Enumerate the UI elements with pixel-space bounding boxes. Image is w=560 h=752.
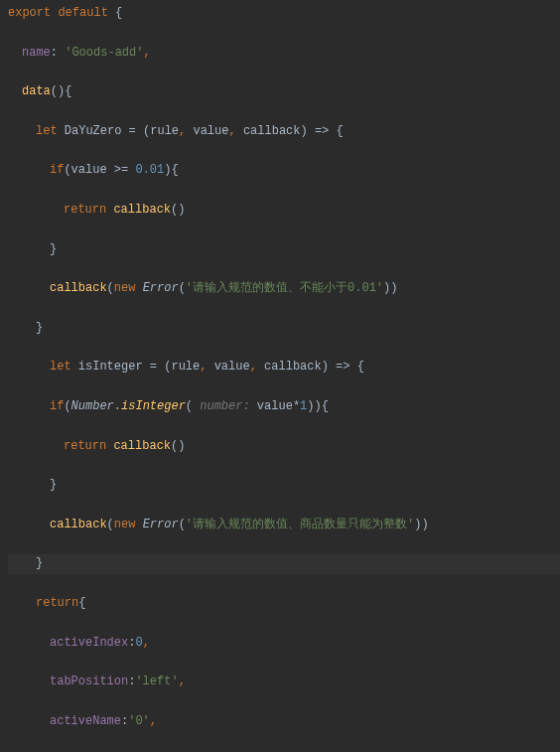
keyword-let: let [50,360,71,374]
keyword-new: new [114,518,136,531]
string-literal: '0' [128,714,150,728]
var-value: value [71,163,107,177]
close-brace: } [50,478,57,492]
string-literal: '请输入规范的数值、不能小于0.01' [186,281,383,295]
prop-activename: activeName [50,714,121,728]
var-isinteger: isInteger [78,360,143,374]
call-callback: callback [50,281,107,295]
code-editor[interactable]: export default { name: 'Goods-add', data… [8,4,560,752]
keyword-if: if [50,399,64,413]
keyword-return: return [64,203,106,217]
keyword-new: new [114,281,136,295]
method-data: data [22,84,51,98]
param-hint: number: [193,399,257,413]
close-brace: } [36,556,43,570]
prop-name: name [22,46,51,60]
class-error: Error [143,518,179,531]
param-rule: rule [171,360,200,374]
keyword-return: return [36,596,78,610]
keyword-default: default [58,6,107,20]
call-callback: callback [113,203,171,217]
number-literal: 0 [135,636,142,650]
call-callback: callback [113,439,171,453]
prop-tabposition: tabPosition [50,675,128,688]
param-callback: callback [264,360,322,374]
close-brace: } [36,321,43,335]
keyword-export: export [8,6,51,20]
class-number: Number [71,399,114,413]
param-callback: callback [243,124,301,138]
method-isinteger: isInteger [121,399,186,413]
param-rule: rule [150,124,179,138]
paren-brace: (){ [51,84,72,98]
string-literal: 'Goods-add' [65,46,143,60]
close-brace: } [50,242,57,256]
prop-activeindex: activeIndex [50,636,128,650]
call-callback: callback [50,518,107,531]
string-literal: 'left' [135,675,178,688]
keyword-return: return [64,439,106,453]
var-dayuzero: DaYuZero [65,124,122,138]
param-value: value [193,124,228,138]
keyword-let: let [36,124,58,138]
number-literal: 0.01 [135,163,164,177]
param-value: value [214,360,250,374]
brace: { [108,6,122,20]
keyword-if: if [50,163,64,177]
class-error: Error [143,281,179,295]
var-value: value [257,399,293,413]
string-literal: '请输入规范的数值、商品数量只能为整数' [186,518,414,531]
